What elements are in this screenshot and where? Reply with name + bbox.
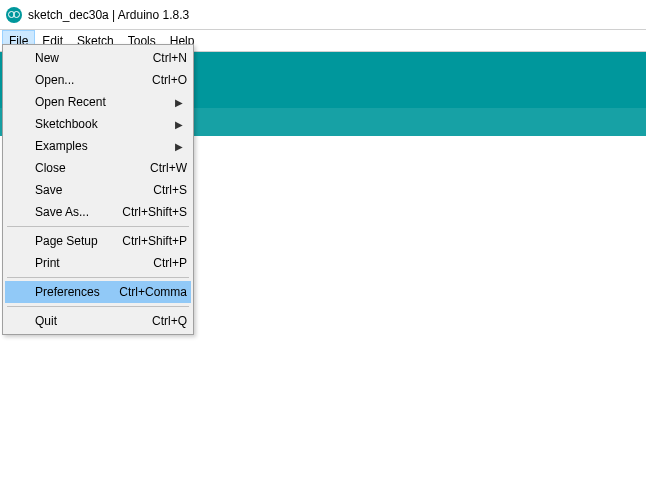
menu-item-shortcut: Ctrl+S xyxy=(153,183,187,197)
menu-item-preferences[interactable]: Preferences Ctrl+Comma xyxy=(5,281,191,303)
menu-item-label: Print xyxy=(35,256,153,270)
menu-item-open-recent[interactable]: Open Recent ▶ xyxy=(5,91,191,113)
menu-item-save-as[interactable]: Save As... Ctrl+Shift+S xyxy=(5,201,191,223)
file-dropdown-menu: New Ctrl+N Open... Ctrl+O Open Recent ▶ … xyxy=(2,44,194,335)
menu-item-save[interactable]: Save Ctrl+S xyxy=(5,179,191,201)
menu-separator xyxy=(7,277,189,278)
submenu-arrow-icon: ▶ xyxy=(175,141,183,152)
menu-item-label: Preferences xyxy=(35,285,119,299)
menu-item-shortcut: Ctrl+Q xyxy=(152,314,187,328)
submenu-arrow-icon: ▶ xyxy=(175,97,183,108)
window-title: sketch_dec30a | Arduino 1.8.3 xyxy=(28,8,189,22)
menu-item-label: Quit xyxy=(35,314,152,328)
menu-item-new[interactable]: New Ctrl+N xyxy=(5,47,191,69)
menu-item-label: Examples xyxy=(35,139,187,153)
menu-separator xyxy=(7,306,189,307)
menu-item-shortcut: Ctrl+Shift+P xyxy=(122,234,187,248)
menu-item-shortcut: Ctrl+N xyxy=(153,51,187,65)
menu-item-shortcut: Ctrl+P xyxy=(153,256,187,270)
menu-item-label: Sketchbook xyxy=(35,117,187,131)
titlebar: sketch_dec30a | Arduino 1.8.3 xyxy=(0,0,646,30)
menu-item-open[interactable]: Open... Ctrl+O xyxy=(5,69,191,91)
menu-item-label: Save xyxy=(35,183,153,197)
menu-item-shortcut: Ctrl+W xyxy=(150,161,187,175)
menu-item-examples[interactable]: Examples ▶ xyxy=(5,135,191,157)
menu-item-label: New xyxy=(35,51,153,65)
menu-item-label: Save As... xyxy=(35,205,122,219)
arduino-logo-icon xyxy=(6,7,22,23)
menu-item-quit[interactable]: Quit Ctrl+Q xyxy=(5,310,191,332)
menu-item-label: Page Setup xyxy=(35,234,122,248)
menu-item-shortcut: Ctrl+O xyxy=(152,73,187,87)
menu-separator xyxy=(7,226,189,227)
menu-item-close[interactable]: Close Ctrl+W xyxy=(5,157,191,179)
menu-item-page-setup[interactable]: Page Setup Ctrl+Shift+P xyxy=(5,230,191,252)
menu-item-sketchbook[interactable]: Sketchbook ▶ xyxy=(5,113,191,135)
menu-item-label: Open... xyxy=(35,73,152,87)
menu-item-shortcut: Ctrl+Comma xyxy=(119,285,187,299)
menu-item-label: Open Recent xyxy=(35,95,187,109)
menu-item-label: Close xyxy=(35,161,150,175)
menu-item-print[interactable]: Print Ctrl+P xyxy=(5,252,191,274)
menu-item-shortcut: Ctrl+Shift+S xyxy=(122,205,187,219)
submenu-arrow-icon: ▶ xyxy=(175,119,183,130)
